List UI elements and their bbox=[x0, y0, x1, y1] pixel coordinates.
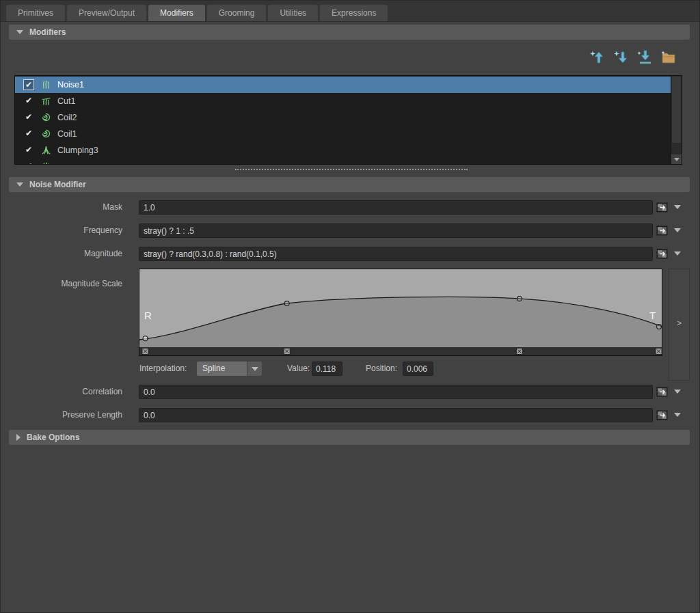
correlation-label: Correlation bbox=[1, 387, 122, 396]
position-input[interactable] bbox=[403, 362, 433, 376]
preserve-length-label: Preserve Length bbox=[1, 410, 122, 420]
mask-row: Mask bbox=[1, 200, 699, 215]
ramp-marker-track bbox=[139, 347, 662, 355]
magnitude-label: Magnitude bbox=[1, 249, 122, 258]
tab-expressions[interactable]: Expressions bbox=[320, 5, 388, 21]
modifier-list[interactable]: ✔ Noise1 ✔ Cut1 ✔ bbox=[14, 75, 682, 165]
checkbox-checked[interactable]: ✔ bbox=[23, 128, 34, 139]
frequency-label: Frequency bbox=[1, 226, 122, 235]
chevron-down-icon[interactable] bbox=[674, 390, 681, 394]
ramp-control-point[interactable] bbox=[143, 336, 148, 341]
frequency-input[interactable] bbox=[139, 223, 653, 238]
bake-options-section-header[interactable]: Bake Options bbox=[9, 430, 690, 445]
magnitude-scale-ramp-widget[interactable]: R T bbox=[139, 269, 662, 356]
cut-icon bbox=[41, 96, 52, 107]
list-item-label: Noise1 bbox=[57, 80, 84, 90]
modifiers-section-title: Modifiers bbox=[29, 27, 66, 37]
noise-icon bbox=[41, 161, 52, 165]
preserve-length-row: Preserve Length bbox=[1, 408, 699, 423]
interpolation-label: Interpolation: bbox=[139, 364, 187, 373]
scroll-down-button[interactable] bbox=[671, 154, 682, 164]
bake-options-section-title: Bake Options bbox=[27, 433, 79, 442]
chevron-down-icon[interactable] bbox=[674, 205, 681, 209]
tab-grooming[interactable]: Grooming bbox=[207, 5, 267, 21]
map-texture-button[interactable] bbox=[656, 386, 668, 398]
move-modifier-down-icon[interactable] bbox=[612, 49, 629, 66]
magnitude-scale-label: Magnitude Scale bbox=[1, 279, 122, 288]
modifiers-section-header[interactable]: Modifiers bbox=[9, 25, 690, 40]
checkbox-checked[interactable]: ✔ bbox=[23, 96, 34, 107]
move-modifier-to-bottom-icon[interactable] bbox=[636, 49, 653, 66]
list-item-label: Cut1 bbox=[57, 96, 75, 106]
frequency-row: Frequency bbox=[1, 223, 699, 239]
tab-utilities[interactable]: Utilities bbox=[268, 5, 318, 21]
list-item-coil2[interactable]: ✔ Coil2 bbox=[15, 109, 671, 126]
list-item-label: Clumping3 bbox=[57, 146, 98, 155]
list-item-label: Coil1 bbox=[57, 129, 77, 139]
value-input[interactable] bbox=[312, 362, 342, 376]
map-texture-button[interactable] bbox=[656, 202, 668, 213]
modifiers-panel-window: Primitives Preview/Output Modifiers Groo… bbox=[0, 0, 700, 613]
mask-label: Mask bbox=[1, 202, 122, 212]
list-item-label: Coil2 bbox=[57, 113, 77, 122]
panel-splitter[interactable] bbox=[235, 169, 468, 170]
checkbox-checked[interactable]: ✔ bbox=[23, 79, 34, 90]
preserve-length-input[interactable] bbox=[139, 408, 653, 422]
interpolation-dropdown[interactable]: Spline bbox=[197, 362, 247, 376]
collapse-triangle-icon bbox=[16, 182, 23, 187]
ramp-expand-strip[interactable]: > bbox=[669, 269, 690, 381]
scrollbar-thumb[interactable] bbox=[672, 77, 681, 143]
mask-input[interactable] bbox=[139, 200, 653, 215]
coil-icon bbox=[41, 112, 52, 123]
tab-modifiers[interactable]: Modifiers bbox=[148, 5, 205, 21]
ramp-expand-button[interactable]: > bbox=[669, 318, 689, 328]
ramp-control-point[interactable] bbox=[517, 297, 522, 301]
collapse-triangle-icon bbox=[16, 30, 23, 34]
magnitude-row: Magnitude bbox=[1, 247, 699, 262]
list-item-noise1[interactable]: ✔ Noise1 bbox=[15, 77, 671, 93]
coil-icon bbox=[41, 128, 52, 139]
magnitude-input[interactable] bbox=[139, 247, 653, 261]
value-label: Value: bbox=[287, 364, 310, 373]
expand-triangle-icon bbox=[16, 434, 21, 441]
interpolation-dropdown-button[interactable] bbox=[247, 362, 262, 376]
checkbox-checked[interactable]: ✔ bbox=[23, 161, 34, 165]
ramp-right-marker-label: T bbox=[649, 310, 656, 321]
noise-icon bbox=[41, 79, 52, 90]
position-label: Position: bbox=[366, 364, 397, 373]
list-item-coil1[interactable]: ✔ Coil1 bbox=[15, 126, 671, 142]
list-item-partial[interactable]: ✔ bbox=[15, 159, 671, 165]
ramp-control-point[interactable] bbox=[284, 301, 289, 306]
ramp-left-marker-label: R bbox=[144, 310, 152, 321]
correlation-input[interactable] bbox=[139, 385, 653, 399]
chevron-down-icon bbox=[674, 158, 679, 161]
tab-primitives[interactable]: Primitives bbox=[6, 5, 65, 21]
noise-modifier-section-title: Noise Modifier bbox=[29, 180, 86, 189]
tab-bar: Primitives Preview/Output Modifiers Groo… bbox=[1, 1, 699, 22]
chevron-down-icon bbox=[252, 367, 258, 371]
checkbox-checked[interactable]: ✔ bbox=[23, 112, 34, 123]
tab-preview-output[interactable]: Preview/Output bbox=[67, 5, 146, 21]
map-texture-button[interactable] bbox=[656, 225, 668, 236]
list-item-clumping3[interactable]: ✔ Clumping3 bbox=[15, 142, 671, 159]
checkbox-checked[interactable]: ✔ bbox=[23, 145, 34, 156]
chevron-down-icon[interactable] bbox=[674, 228, 681, 232]
list-item-cut1[interactable]: ✔ Cut1 bbox=[15, 93, 671, 109]
modifier-list-toolbar bbox=[589, 49, 677, 66]
chevron-down-icon[interactable] bbox=[674, 413, 681, 417]
map-texture-button[interactable] bbox=[656, 248, 668, 260]
open-modifier-folder-icon[interactable] bbox=[660, 49, 677, 66]
noise-modifier-section-header[interactable]: Noise Modifier bbox=[9, 177, 690, 192]
map-texture-button[interactable] bbox=[656, 409, 668, 421]
correlation-row: Correlation bbox=[1, 385, 699, 400]
move-modifier-up-icon[interactable] bbox=[589, 49, 605, 66]
list-scrollbar[interactable] bbox=[671, 76, 682, 164]
clumping-icon bbox=[41, 145, 52, 156]
ramp-control-point[interactable] bbox=[657, 325, 662, 329]
chevron-down-icon[interactable] bbox=[674, 251, 681, 256]
